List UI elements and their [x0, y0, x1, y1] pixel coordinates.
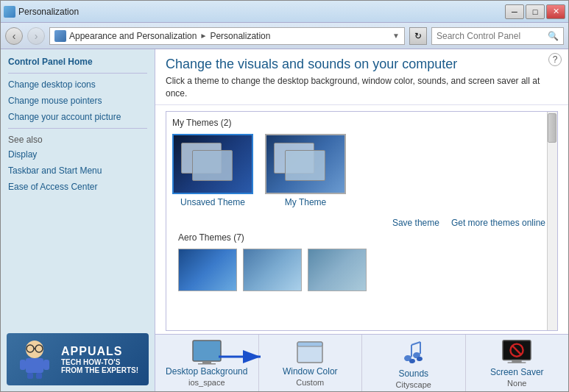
forward-button[interactable]: ›	[27, 27, 45, 45]
appuals-tagline: TECH HOW-TO'S FROM THE EXPERTS!	[61, 358, 143, 374]
sidebar-link-ease-access[interactable]: Ease of Access Center	[8, 182, 147, 192]
get-more-themes-link[interactable]: Get more themes online	[451, 218, 545, 228]
bottom-sub-desktop-bg: ios_space	[188, 378, 225, 387]
sidebar-link-taskbar[interactable]: Taskbar and Start Menu	[8, 165, 147, 176]
theme-label-mine: My Theme	[285, 197, 326, 207]
svg-rect-13	[297, 342, 322, 346]
aero-section: Aero Themes (7)	[172, 231, 551, 293]
title-bar: Personalization ─ □ ✕	[1, 1, 568, 23]
bottom-sub-screen-saver: None	[507, 379, 526, 388]
save-theme-link[interactable]: Save theme	[392, 218, 439, 228]
svg-line-19	[411, 342, 420, 345]
my-themes-label: My Themes (2)	[172, 118, 551, 128]
sidebar-link-desktop-icons[interactable]: Change desktop icons	[8, 79, 147, 90]
address-bar: ‹ › Appearance and Personalization ► Per…	[1, 23, 568, 49]
sidebar-link-account-picture[interactable]: Change your account picture	[8, 112, 147, 122]
appuals-text-area: APPUALS TECH HOW-TO'S FROM THE EXPERTS!	[61, 345, 143, 374]
appuals-name: APPUALS	[61, 345, 143, 358]
main-window: Personalization ─ □ ✕ ‹ › Appearance and…	[0, 0, 569, 392]
address-path[interactable]: Appearance and Personalization ► Persona…	[49, 27, 405, 45]
window-icon	[4, 6, 15, 18]
theme-window-overlay-4	[285, 150, 325, 181]
svg-rect-2	[20, 360, 26, 370]
path-part-2: Personalization	[210, 31, 270, 41]
aero-themes-label: Aero Themes (7)	[178, 232, 545, 243]
title-bar-text: Personalization	[18, 7, 79, 17]
theme-thumbnail-mine-inner	[266, 135, 344, 193]
sidebar-divider-1	[8, 73, 147, 74]
aero-grid	[178, 249, 545, 291]
sidebar-nav: Control Panel Home Change desktop icons …	[1, 49, 155, 327]
content-description: Click a theme to change the desktop back…	[166, 75, 558, 100]
theme-thumbnail-mine	[265, 134, 346, 194]
themes-actions: Save theme Get more themes online	[172, 216, 551, 231]
bottom-label-screen-saver: Screen Saver	[490, 367, 544, 377]
scrollbar-track[interactable]	[547, 112, 557, 330]
themes-scroll-area[interactable]: My Themes (2)	[166, 111, 558, 331]
aero-thumb-1[interactable]	[178, 249, 237, 291]
theme-window-overlay-2	[192, 150, 233, 181]
refresh-button[interactable]: ↻	[409, 27, 427, 45]
svg-rect-26	[508, 362, 526, 363]
aero-bg-2	[244, 249, 301, 291]
bottom-bar: Desktop Background ios_space Window Colo…	[155, 334, 568, 391]
theme-item-mine[interactable]: My Theme	[265, 134, 346, 207]
svg-rect-9	[193, 341, 221, 361]
search-input[interactable]	[437, 31, 548, 41]
svg-rect-1	[26, 358, 43, 373]
title-bar-controls: ─ □ ✕	[505, 4, 565, 19]
my-themes-grid: Unsaved Theme	[172, 134, 551, 207]
theme-thumbnail-unsaved	[172, 134, 253, 194]
window-color-svg	[296, 341, 324, 364]
maximize-button[interactable]: □	[526, 4, 545, 19]
bottom-sub-window-color: Custom	[296, 378, 324, 387]
content-title: Change the visuals and sounds on your co…	[166, 57, 558, 72]
screen-saver-icon	[502, 339, 531, 366]
themes-scroll-inner: My Themes (2)	[166, 112, 557, 299]
bottom-label-sounds: Sounds	[398, 368, 428, 379]
search-icon: 🔍	[548, 31, 559, 41]
help-button[interactable]: ?	[548, 53, 562, 66]
sidebar-link-mouse-pointers[interactable]: Change mouse pointers	[8, 96, 147, 106]
theme-label-unsaved: Unsaved Theme	[180, 197, 245, 207]
desktop-bg-icon	[192, 339, 222, 365]
svg-rect-3	[43, 360, 49, 370]
aero-thumb-3[interactable]	[308, 249, 367, 291]
svg-rect-5	[36, 373, 42, 379]
bottom-sub-sounds: Cityscape	[396, 380, 431, 389]
desktop-bg-svg	[192, 340, 222, 365]
content-header: Change the visuals and sounds on your co…	[155, 49, 568, 105]
bottom-label-desktop-bg: Desktop Background	[166, 366, 247, 377]
close-button[interactable]: ✕	[546, 4, 565, 19]
aero-bg-3	[308, 249, 366, 291]
aero-bg-1	[179, 249, 236, 291]
aero-thumb-2[interactable]	[243, 249, 302, 291]
screen-saver-svg	[502, 339, 531, 366]
bottom-item-desktop-bg[interactable]: Desktop Background ios_space	[155, 335, 259, 391]
sounds-icon	[399, 338, 428, 367]
svg-point-0	[26, 341, 43, 358]
minimize-button[interactable]: ─	[505, 4, 524, 19]
appuals-character-icon	[13, 339, 57, 379]
scrollbar-thumb[interactable]	[548, 113, 556, 143]
path-icon	[54, 30, 66, 42]
bottom-item-sounds[interactable]: Sounds Cityscape	[362, 335, 466, 391]
title-bar-left: Personalization	[4, 6, 79, 18]
see-also-label: See also	[8, 135, 147, 145]
back-button[interactable]: ‹	[5, 27, 23, 45]
sidebar-divider-2	[8, 128, 147, 129]
theme-item-unsaved[interactable]: Unsaved Theme	[172, 134, 253, 207]
sidebar-link-home[interactable]: Control Panel Home	[8, 57, 147, 67]
bottom-label-window-color: Window Color	[283, 366, 338, 377]
theme-thumbnail-unsaved-inner	[174, 135, 252, 193]
sounds-svg	[399, 338, 428, 367]
content-area: ? Change the visuals and sounds on your …	[155, 49, 568, 391]
bottom-item-screen-saver[interactable]: Screen Saver None	[466, 335, 569, 391]
search-box[interactable]: 🔍	[431, 27, 564, 45]
path-separator: ►	[199, 32, 207, 40]
appuals-banner[interactable]: APPUALS TECH HOW-TO'S FROM THE EXPERTS!	[7, 333, 149, 385]
sidebar-link-display[interactable]: Display	[8, 149, 147, 160]
path-dropdown-button[interactable]: ▼	[392, 32, 400, 40]
svg-rect-11	[198, 363, 216, 365]
bottom-item-window-color[interactable]: Window Color Custom	[259, 335, 363, 391]
